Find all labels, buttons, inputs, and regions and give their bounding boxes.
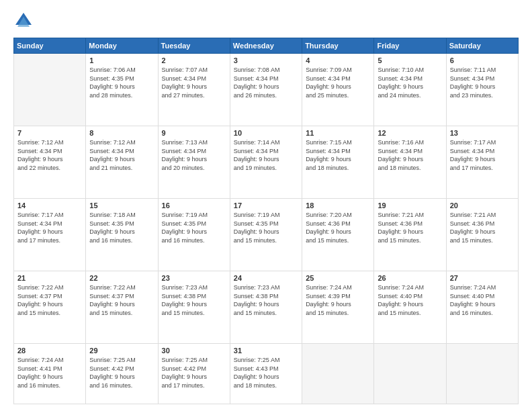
day-info: Sunrise: 7:16 AM Sunset: 4:34 PM Dayligh… bbox=[378, 138, 442, 172]
day-number: 15 bbox=[89, 201, 154, 210]
day-number: 10 bbox=[234, 129, 298, 137]
calendar-cell: 10Sunrise: 7:14 AM Sunset: 4:34 PM Dayli… bbox=[230, 126, 302, 198]
calendar-cell bbox=[14, 54, 86, 126]
day-number: 28 bbox=[17, 347, 82, 355]
day-number: 12 bbox=[378, 129, 442, 137]
calendar-cell: 30Sunrise: 7:25 AM Sunset: 4:42 PM Dayli… bbox=[158, 343, 230, 404]
day-number: 17 bbox=[234, 201, 298, 210]
logo bbox=[13, 11, 36, 31]
calendar-cell: 15Sunrise: 7:18 AM Sunset: 4:35 PM Dayli… bbox=[86, 198, 158, 271]
day-info: Sunrise: 7:09 AM Sunset: 4:34 PM Dayligh… bbox=[306, 66, 370, 99]
day-info: Sunrise: 7:18 AM Sunset: 4:35 PM Dayligh… bbox=[89, 211, 154, 244]
day-info: Sunrise: 7:21 AM Sunset: 4:36 PM Dayligh… bbox=[450, 211, 515, 244]
day-number: 22 bbox=[89, 274, 154, 282]
calendar-cell: 7Sunrise: 7:12 AM Sunset: 4:34 PM Daylig… bbox=[14, 126, 86, 198]
logo-icon bbox=[13, 11, 34, 31]
calendar-cell: 11Sunrise: 7:15 AM Sunset: 4:34 PM Dayli… bbox=[302, 126, 374, 198]
day-number: 13 bbox=[450, 129, 515, 137]
day-info: Sunrise: 7:23 AM Sunset: 4:38 PM Dayligh… bbox=[162, 283, 226, 317]
day-number: 6 bbox=[450, 56, 515, 64]
calendar-cell: 13Sunrise: 7:17 AM Sunset: 4:34 PM Dayli… bbox=[446, 126, 518, 198]
calendar-cell: 16Sunrise: 7:19 AM Sunset: 4:35 PM Dayli… bbox=[158, 198, 230, 271]
calendar-cell bbox=[374, 343, 446, 404]
day-info: Sunrise: 7:24 AM Sunset: 4:40 PM Dayligh… bbox=[450, 283, 515, 317]
day-number: 5 bbox=[378, 56, 442, 64]
day-info: Sunrise: 7:22 AM Sunset: 4:37 PM Dayligh… bbox=[17, 283, 82, 317]
day-info: Sunrise: 7:25 AM Sunset: 4:42 PM Dayligh… bbox=[89, 356, 154, 390]
day-info: Sunrise: 7:20 AM Sunset: 4:36 PM Dayligh… bbox=[306, 211, 370, 244]
day-info: Sunrise: 7:21 AM Sunset: 4:36 PM Dayligh… bbox=[378, 211, 442, 244]
calendar-cell: 27Sunrise: 7:24 AM Sunset: 4:40 PM Dayli… bbox=[446, 271, 518, 343]
day-number: 1 bbox=[89, 56, 154, 64]
calendar-cell: 21Sunrise: 7:22 AM Sunset: 4:37 PM Dayli… bbox=[14, 271, 86, 343]
day-info: Sunrise: 7:23 AM Sunset: 4:38 PM Dayligh… bbox=[234, 283, 298, 317]
day-number: 30 bbox=[162, 347, 226, 355]
calendar-cell: 24Sunrise: 7:23 AM Sunset: 4:38 PM Dayli… bbox=[230, 271, 302, 343]
calendar-week-row: 1Sunrise: 7:06 AM Sunset: 4:35 PM Daylig… bbox=[14, 54, 519, 126]
day-info: Sunrise: 7:10 AM Sunset: 4:34 PM Dayligh… bbox=[378, 66, 442, 99]
day-number: 23 bbox=[162, 274, 226, 282]
day-info: Sunrise: 7:17 AM Sunset: 4:34 PM Dayligh… bbox=[17, 211, 82, 244]
day-number: 7 bbox=[17, 129, 82, 137]
calendar-cell: 31Sunrise: 7:25 AM Sunset: 4:43 PM Dayli… bbox=[230, 343, 302, 404]
day-info: Sunrise: 7:24 AM Sunset: 4:41 PM Dayligh… bbox=[17, 356, 82, 390]
day-info: Sunrise: 7:17 AM Sunset: 4:34 PM Dayligh… bbox=[450, 138, 515, 172]
day-number: 8 bbox=[89, 129, 154, 137]
day-number: 27 bbox=[450, 274, 515, 282]
calendar-cell: 8Sunrise: 7:12 AM Sunset: 4:34 PM Daylig… bbox=[86, 126, 158, 198]
calendar-cell: 4Sunrise: 7:09 AM Sunset: 4:34 PM Daylig… bbox=[302, 54, 374, 126]
day-number: 3 bbox=[234, 56, 298, 64]
day-number: 9 bbox=[162, 129, 226, 137]
calendar-cell: 28Sunrise: 7:24 AM Sunset: 4:41 PM Dayli… bbox=[14, 343, 86, 404]
page: SundayMondayTuesdayWednesdayThursdayFrid… bbox=[0, 0, 532, 411]
day-number: 29 bbox=[89, 347, 154, 355]
calendar-cell: 20Sunrise: 7:21 AM Sunset: 4:36 PM Dayli… bbox=[446, 198, 518, 271]
calendar-cell: 12Sunrise: 7:16 AM Sunset: 4:34 PM Dayli… bbox=[374, 126, 446, 198]
day-info: Sunrise: 7:24 AM Sunset: 4:39 PM Dayligh… bbox=[306, 283, 370, 317]
day-info: Sunrise: 7:22 AM Sunset: 4:37 PM Dayligh… bbox=[89, 283, 154, 317]
calendar-cell: 29Sunrise: 7:25 AM Sunset: 4:42 PM Dayli… bbox=[86, 343, 158, 404]
day-number: 19 bbox=[378, 201, 442, 210]
calendar-week-row: 14Sunrise: 7:17 AM Sunset: 4:34 PM Dayli… bbox=[14, 198, 519, 271]
header bbox=[13, 11, 519, 31]
calendar-cell: 23Sunrise: 7:23 AM Sunset: 4:38 PM Dayli… bbox=[158, 271, 230, 343]
day-number: 25 bbox=[306, 274, 370, 282]
day-number: 11 bbox=[306, 129, 370, 137]
calendar-week-row: 7Sunrise: 7:12 AM Sunset: 4:34 PM Daylig… bbox=[14, 126, 519, 198]
calendar-cell: 17Sunrise: 7:19 AM Sunset: 4:35 PM Dayli… bbox=[230, 198, 302, 271]
day-info: Sunrise: 7:12 AM Sunset: 4:34 PM Dayligh… bbox=[89, 138, 154, 172]
calendar-cell: 22Sunrise: 7:22 AM Sunset: 4:37 PM Dayli… bbox=[86, 271, 158, 343]
day-info: Sunrise: 7:14 AM Sunset: 4:34 PM Dayligh… bbox=[234, 138, 298, 172]
day-number: 4 bbox=[306, 56, 370, 64]
day-number: 20 bbox=[450, 201, 515, 210]
calendar-cell: 19Sunrise: 7:21 AM Sunset: 4:36 PM Dayli… bbox=[374, 198, 446, 271]
day-number: 24 bbox=[234, 274, 298, 282]
day-info: Sunrise: 7:08 AM Sunset: 4:34 PM Dayligh… bbox=[234, 66, 298, 99]
day-number: 26 bbox=[378, 274, 442, 282]
calendar-header-wednesday: Wednesday bbox=[230, 38, 302, 54]
day-info: Sunrise: 7:19 AM Sunset: 4:35 PM Dayligh… bbox=[162, 211, 226, 244]
calendar-header-sunday: Sunday bbox=[14, 38, 86, 54]
day-number: 2 bbox=[162, 56, 226, 64]
calendar-cell bbox=[446, 343, 518, 404]
calendar-header-tuesday: Tuesday bbox=[158, 38, 230, 54]
day-info: Sunrise: 7:13 AM Sunset: 4:34 PM Dayligh… bbox=[162, 138, 226, 172]
calendar-cell: 26Sunrise: 7:24 AM Sunset: 4:40 PM Dayli… bbox=[374, 271, 446, 343]
calendar-header-saturday: Saturday bbox=[446, 38, 518, 54]
calendar-cell: 2Sunrise: 7:07 AM Sunset: 4:34 PM Daylig… bbox=[158, 54, 230, 126]
day-info: Sunrise: 7:15 AM Sunset: 4:34 PM Dayligh… bbox=[306, 138, 370, 172]
day-info: Sunrise: 7:25 AM Sunset: 4:42 PM Dayligh… bbox=[162, 356, 226, 390]
day-info: Sunrise: 7:24 AM Sunset: 4:40 PM Dayligh… bbox=[378, 283, 442, 317]
calendar-table: SundayMondayTuesdayWednesdayThursdayFrid… bbox=[13, 38, 519, 404]
day-number: 14 bbox=[17, 201, 82, 210]
day-number: 21 bbox=[17, 274, 82, 282]
calendar-week-row: 28Sunrise: 7:24 AM Sunset: 4:41 PM Dayli… bbox=[14, 343, 519, 404]
day-info: Sunrise: 7:12 AM Sunset: 4:34 PM Dayligh… bbox=[17, 138, 82, 172]
day-info: Sunrise: 7:11 AM Sunset: 4:34 PM Dayligh… bbox=[450, 66, 515, 99]
calendar-cell: 14Sunrise: 7:17 AM Sunset: 4:34 PM Dayli… bbox=[14, 198, 86, 271]
calendar-header-friday: Friday bbox=[374, 38, 446, 54]
day-number: 16 bbox=[162, 201, 226, 210]
calendar-cell: 18Sunrise: 7:20 AM Sunset: 4:36 PM Dayli… bbox=[302, 198, 374, 271]
calendar-cell: 9Sunrise: 7:13 AM Sunset: 4:34 PM Daylig… bbox=[158, 126, 230, 198]
day-info: Sunrise: 7:06 AM Sunset: 4:35 PM Dayligh… bbox=[89, 66, 154, 99]
